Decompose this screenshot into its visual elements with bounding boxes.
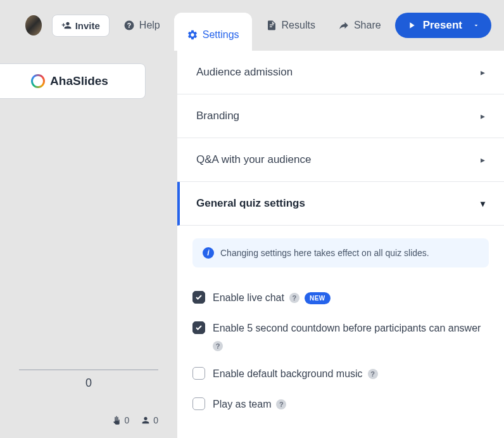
section-qa-label: Q&A with your audience <box>196 153 311 166</box>
left-panel: AhaSlides 0 0 0 <box>0 51 177 438</box>
info-banner: i Changing settings here takes effect on… <box>192 238 489 267</box>
stat-raised: 0 <box>111 415 129 425</box>
person-icon <box>141 415 151 425</box>
topbar: Invite ? Help Settings Results Share Pre… <box>0 0 504 51</box>
stats-bar: 0 0 <box>0 415 177 438</box>
stat-people: 0 <box>141 415 158 425</box>
help-icon[interactable]: ? <box>289 293 299 303</box>
results-icon <box>266 20 277 31</box>
raised-count: 0 <box>124 415 129 425</box>
nav-share[interactable]: Share <box>329 15 390 36</box>
avatar[interactable] <box>25 15 42 35</box>
help-icon: ? <box>123 20 135 31</box>
people-count: 0 <box>153 415 158 425</box>
share-icon <box>338 20 350 31</box>
nav-help-label: Help <box>139 20 160 31</box>
new-badge: NEW <box>305 292 331 304</box>
chevron-right-icon <box>481 110 485 122</box>
option-live-chat-label: Enable live chat <box>213 290 284 306</box>
settings-panel: Audience admission Branding Q&A with you… <box>177 51 504 438</box>
chevron-down-icon <box>481 197 485 210</box>
nav-results-label: Results <box>282 20 315 31</box>
option-team-label: Play as team <box>213 397 271 412</box>
present-label: Present <box>423 19 462 32</box>
invite-label: Invite <box>75 20 100 31</box>
help-icon[interactable]: ? <box>276 399 286 409</box>
chevron-right-icon <box>481 153 485 166</box>
section-branding-label: Branding <box>196 110 239 122</box>
option-bg-music-label: Enable default background music <box>213 366 363 382</box>
nav-settings[interactable]: Settings <box>174 13 252 51</box>
svg-text:?: ? <box>127 22 131 29</box>
checkbox-team[interactable] <box>192 397 205 410</box>
option-bg-music: Enable default background music ? <box>192 359 489 389</box>
section-branding[interactable]: Branding <box>177 94 504 138</box>
score-value: 0 <box>85 377 92 389</box>
logo-text: AhaSlides <box>50 74 108 88</box>
section-qa[interactable]: Q&A with your audience <box>177 138 504 182</box>
logo-icon <box>31 74 45 88</box>
info-icon: i <box>203 247 214 259</box>
section-quiz-label: General quiz settings <box>196 197 305 210</box>
checkbox-bg-music[interactable] <box>192 367 205 380</box>
logo-card: AhaSlides <box>0 63 146 99</box>
nav-results[interactable]: Results <box>257 15 324 36</box>
score-line: 0 <box>19 370 158 415</box>
help-icon[interactable]: ? <box>368 369 378 379</box>
checkbox-live-chat[interactable] <box>192 291 205 304</box>
option-countdown-label: Enable 5 second countdown before partici… <box>213 321 481 336</box>
play-icon <box>406 20 417 30</box>
chevron-down-icon <box>472 22 480 29</box>
option-team: Play as team ? <box>192 389 489 420</box>
checkbox-countdown[interactable] <box>192 321 205 334</box>
option-live-chat: Enable live chat ? NEW <box>192 283 489 313</box>
gear-icon <box>187 29 198 41</box>
nav-share-label: Share <box>354 20 381 31</box>
nav-settings-label: Settings <box>203 29 239 41</box>
invite-button[interactable]: Invite <box>52 15 110 37</box>
section-quiz[interactable]: General quiz settings <box>177 182 504 226</box>
section-admission-label: Audience admission <box>196 66 293 79</box>
option-countdown: Enable 5 second countdown before partici… <box>192 313 489 359</box>
chevron-right-icon <box>481 66 485 79</box>
present-button[interactable]: Present <box>395 13 491 38</box>
quiz-settings-body: i Changing settings here takes effect on… <box>177 226 504 438</box>
nav-help[interactable]: ? Help <box>115 15 169 36</box>
invite-icon <box>61 20 72 30</box>
main: AhaSlides 0 0 0 Audience admission Brand… <box>0 51 504 438</box>
hand-icon <box>111 415 122 425</box>
section-admission[interactable]: Audience admission <box>177 51 504 94</box>
help-icon[interactable]: ? <box>213 341 223 351</box>
info-text: Changing settings here takes effect on a… <box>220 248 429 258</box>
